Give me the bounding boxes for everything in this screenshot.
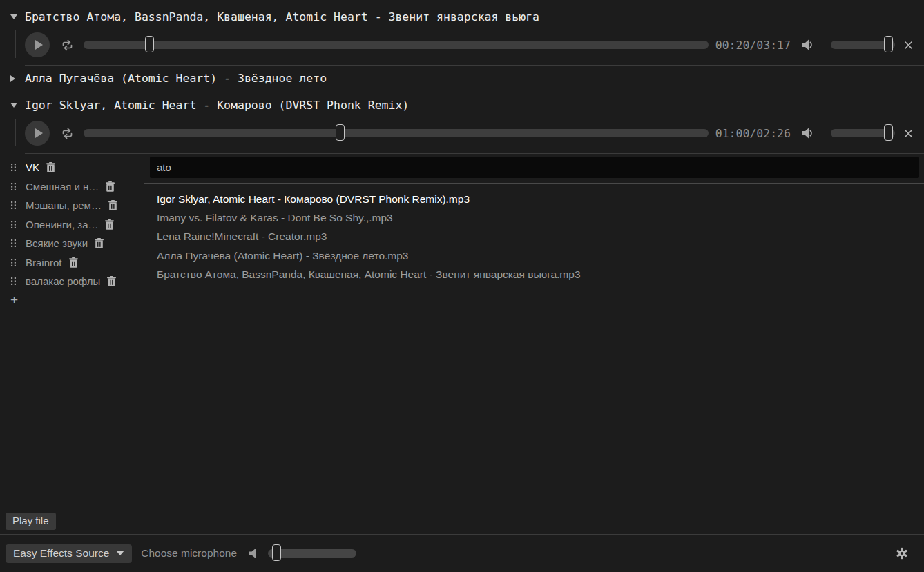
playlist-item[interactable]: Всякие звуки xyxy=(0,234,144,253)
playlist-item[interactable]: Brainrot xyxy=(0,253,144,273)
trash-icon[interactable] xyxy=(107,276,116,286)
disclosure-triangle-icon xyxy=(10,103,17,108)
bottom-bar: Easy Effects Source Choose microphone xyxy=(0,534,924,572)
playlists-sidebar: VK Смешная и н… xyxy=(0,154,144,534)
track-section: Igor Sklyar, Atomic Heart - Комарово (DV… xyxy=(0,92,924,154)
seek-slider-handle[interactable] xyxy=(336,124,345,141)
playlist-list: VK Смешная и н… xyxy=(0,158,144,291)
track-title: Братство Атома, BassnPanda, Квашеная, At… xyxy=(25,10,539,23)
file-name: Imany vs. Filatov & Karas - Dont Be So S… xyxy=(157,212,393,224)
time-display: 00:20/03:17 xyxy=(715,39,791,52)
disclosure-triangle-icon xyxy=(10,14,17,19)
play-icon xyxy=(35,40,43,50)
repeat-icon[interactable] xyxy=(61,127,74,140)
microphone-muted-icon[interactable] xyxy=(249,548,257,559)
drag-handle-icon[interactable] xyxy=(10,220,17,229)
file-name: Igor Sklyar, Atomic Heart - Комарово (DV… xyxy=(157,193,470,206)
playlist-item[interactable]: VK xyxy=(0,158,144,177)
trash-icon[interactable] xyxy=(108,200,117,210)
playlist-item[interactable]: валакас рофлы xyxy=(0,272,144,291)
track-title: Алла Пугачёва (Atomic Heart) - Звёздное … xyxy=(25,72,327,85)
add-playlist-button[interactable]: + xyxy=(0,291,23,306)
volume-slider-handle[interactable] xyxy=(884,36,893,52)
search-input[interactable] xyxy=(150,157,919,178)
player-controls: 01:00/02:26 xyxy=(0,117,924,149)
seek-slider-handle[interactable] xyxy=(145,36,154,52)
file-list-item[interactable]: Igor Sklyar, Atomic Heart - Комарово (DV… xyxy=(144,190,924,208)
track-section: Братство Атома, BassnPanda, Квашеная, At… xyxy=(0,4,924,66)
play-button[interactable] xyxy=(25,121,50,146)
time-display: 01:00/02:26 xyxy=(715,127,791,140)
disclosure-triangle-icon xyxy=(10,75,15,82)
file-list: Igor Sklyar, Atomic Heart - Комарово (DV… xyxy=(144,184,924,284)
playlist-label: VK xyxy=(26,161,39,173)
playlist-label: Опенинги, за… xyxy=(26,219,98,230)
play-file-button[interactable]: Play file xyxy=(6,513,56,530)
trash-icon[interactable] xyxy=(46,162,55,172)
trash-icon[interactable] xyxy=(95,238,104,248)
playlist-item[interactable]: Мэшапы, рем… xyxy=(0,196,144,215)
close-icon[interactable] xyxy=(904,129,913,138)
mic-volume-slider[interactable] xyxy=(268,549,356,558)
play-icon xyxy=(35,128,43,138)
playlist-item[interactable]: Опенинги, за… xyxy=(0,215,144,235)
playlist-label: Всякие звуки xyxy=(26,237,88,249)
playlist-label: валакас рофлы xyxy=(26,275,100,287)
file-list-item[interactable]: Алла Пугачёва (Atomic Heart) - Звёздное … xyxy=(144,246,924,265)
volume-slider[interactable] xyxy=(831,41,895,49)
repeat-icon[interactable] xyxy=(61,39,74,52)
play-button[interactable] xyxy=(25,32,50,57)
close-icon[interactable] xyxy=(904,41,913,50)
soundboard-app: Братство Атома, BassnPanda, Квашеная, At… xyxy=(0,0,924,572)
playlist-label: Смешная и н… xyxy=(26,181,99,193)
trash-icon[interactable] xyxy=(106,181,115,192)
player-controls: 00:20/03:17 xyxy=(0,29,924,61)
file-name: Lena Raine!Minecraft - Creator.mp3 xyxy=(157,230,327,243)
file-list-item[interactable]: Братство Атома, BassnPanda, Квашеная, At… xyxy=(144,266,924,284)
file-name: Алла Пугачёва (Atomic Heart) - Звёздное … xyxy=(157,250,409,262)
drag-handle-icon[interactable] xyxy=(10,277,17,286)
choose-microphone-label: Choose microphone xyxy=(141,547,237,560)
trash-icon[interactable] xyxy=(69,257,78,268)
seek-slider[interactable] xyxy=(84,129,709,137)
track-section: Алла Пугачёва (Atomic Heart) - Звёздное … xyxy=(0,66,924,92)
file-panel: Igor Sklyar, Atomic Heart - Комарово (DV… xyxy=(144,154,924,534)
track-title: Igor Sklyar, Atomic Heart - Комарово (DV… xyxy=(25,99,409,112)
track-expander-header[interactable]: Алла Пугачёва (Atomic Heart) - Звёздное … xyxy=(0,66,924,92)
mic-volume-slider-handle[interactable] xyxy=(272,544,281,561)
file-list-item[interactable]: Lena Raine!Minecraft - Creator.mp3 xyxy=(144,228,924,246)
active-players-panel: Братство Атома, BassnPanda, Квашеная, At… xyxy=(0,0,924,154)
drag-handle-icon[interactable] xyxy=(10,201,17,210)
playlist-item[interactable]: Смешная и н… xyxy=(0,177,144,197)
volume-icon[interactable] xyxy=(802,127,816,139)
file-list-item[interactable]: Imany vs. Filatov & Karas - Dont Be So S… xyxy=(144,208,924,227)
drag-handle-icon[interactable] xyxy=(10,163,17,172)
chevron-down-icon xyxy=(116,551,124,555)
volume-slider[interactable] xyxy=(831,129,895,137)
playlist-label: Мэшапы, рем… xyxy=(26,199,102,211)
volume-icon[interactable] xyxy=(802,39,816,51)
source-dropdown-label: Easy Effects Source xyxy=(13,547,109,560)
track-expander-header[interactable]: Братство Атома, BassnPanda, Квашеная, At… xyxy=(0,4,924,26)
trash-icon[interactable] xyxy=(105,219,114,230)
output-source-dropdown[interactable]: Easy Effects Source xyxy=(6,544,132,563)
drag-handle-icon[interactable] xyxy=(10,182,17,191)
playlist-label: Brainrot xyxy=(26,257,62,268)
seek-slider[interactable] xyxy=(84,41,709,49)
drag-handle-icon[interactable] xyxy=(10,239,17,248)
settings-gear-icon[interactable] xyxy=(896,547,908,560)
volume-slider-handle[interactable] xyxy=(884,124,893,141)
track-expander-header[interactable]: Igor Sklyar, Atomic Heart - Комарово (DV… xyxy=(0,92,924,115)
main-split: VK Смешная и н… xyxy=(0,154,924,534)
file-name: Братство Атома, BassnPanda, Квашеная, At… xyxy=(157,268,581,281)
drag-handle-icon[interactable] xyxy=(10,258,17,267)
